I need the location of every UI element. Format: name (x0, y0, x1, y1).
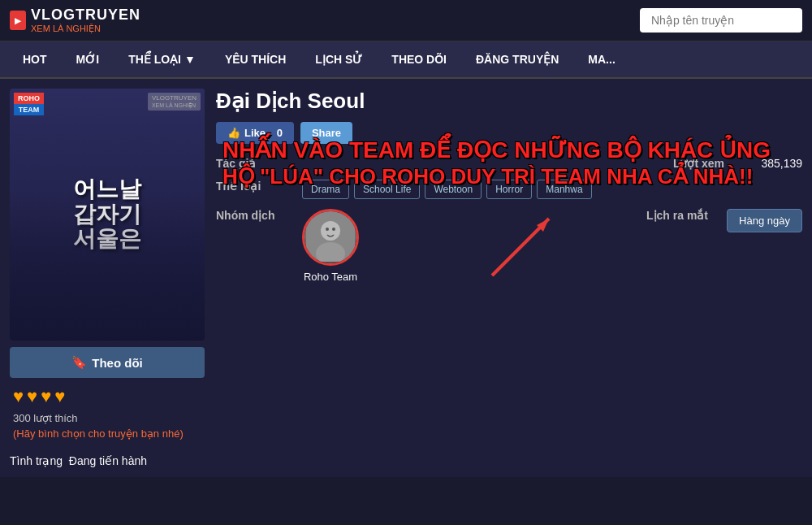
status-label: Tình trạng (10, 454, 63, 467)
schedule-button[interactable]: Hàng ngày (727, 209, 802, 232)
hearts-row: ♥ ♥ ♥ ♥ (13, 386, 201, 407)
site-name: VLOGTRUYEN (31, 7, 140, 23)
promo-line1: NHẤN VÀO TEAM ĐỂ ĐỌC NHỮNG BỘ KHÁC ỦNG (222, 137, 796, 164)
logo-area[interactable]: ▶ VLOGTRUYEN XEM LÀ NGHIỆN (10, 7, 140, 34)
roho-badge: ROHO TEAM (14, 93, 44, 115)
watermark: VLOGTRUYENXEM LÀ NGHIỆN (148, 93, 201, 111)
chevron-down-icon: ▼ (184, 53, 196, 66)
nav-hot[interactable]: HOT (8, 41, 62, 77)
cover-figures (10, 189, 205, 341)
svg-point-5 (326, 228, 329, 231)
translator-label: Nhóm dịch (216, 209, 289, 222)
status-value: Đang tiến hành (69, 454, 147, 467)
nav-new[interactable]: MỚI (62, 41, 114, 77)
translator-area: Roho Team (302, 209, 359, 283)
header: ▶ VLOGTRUYEN XEM LÀ NGHIỆN (0, 0, 812, 41)
bookmark-icon: 🔖 (71, 355, 87, 370)
cover-image: 어느날갑자기서울은 VLOGTRUYENXEM LÀ NGHIỆN ROHO T… (10, 89, 205, 341)
translator-avatar[interactable] (302, 209, 359, 266)
site-tagline: XEM LÀ NGHIỆN (31, 24, 140, 34)
logo-text-block: VLOGTRUYEN XEM LÀ NGHIỆN (31, 7, 140, 34)
rating-vote[interactable]: (Hãy bình chọn cho truyện bạn nhé) (13, 427, 201, 440)
heart-4[interactable]: ♥ (54, 386, 65, 407)
heart-2[interactable]: ♥ (27, 386, 37, 407)
rating-area: ♥ ♥ ♥ ♥ 300 lượt thích (Hãy bình chọn ch… (10, 378, 205, 448)
promo-line2: HỘ "LÚA" CHO ROHO DUY TRÌ TEAM NHA CẢ NH… (222, 164, 796, 189)
svg-point-3 (321, 221, 340, 241)
logo-icon: ▶ (10, 11, 26, 30)
svg-point-6 (332, 228, 335, 231)
translator-name[interactable]: Roho Team (304, 271, 357, 283)
nav-history[interactable]: LỊCH SỬ (300, 41, 377, 77)
main-content: 어느날갑자기서울은 VLOGTRUYENXEM LÀ NGHIỆN ROHO T… (0, 79, 812, 477)
schedule-label: Lịch ra mắt (635, 209, 708, 222)
nav-more[interactable]: MA... (573, 41, 629, 77)
nav-upload[interactable]: ĐĂNG TRUYỆN (461, 41, 573, 77)
main-nav: HOT MỚI THỂ LOẠI ▼ YÊU THÍCH LỊCH SỬ THE… (0, 41, 812, 79)
avatar-image (304, 211, 356, 263)
heart-3[interactable]: ♥ (41, 386, 51, 407)
heart-1[interactable]: ♥ (13, 386, 24, 407)
manga-cover[interactable]: 어느날갑자기서울은 VLOGTRUYENXEM LÀ NGHIỆN ROHO T… (10, 89, 205, 341)
nav-genre[interactable]: THỂ LOẠI ▼ (114, 41, 210, 77)
search-input[interactable] (640, 8, 802, 33)
translator-schedule-row: Nhóm dịch (216, 209, 802, 283)
nav-follow[interactable]: THEO DÕI (377, 41, 461, 77)
nav-favorites[interactable]: YÊU THÍCH (210, 41, 300, 77)
rating-count: 300 lượt thích (13, 412, 201, 424)
right-panel: Đại Dịch Seoul 👍 Like 0 Share NHẤN VÀO T… (216, 89, 802, 467)
follow-button[interactable]: 🔖 Theo dõi (10, 347, 205, 378)
left-panel: 어느날갑자기서울은 VLOGTRUYENXEM LÀ NGHIỆN ROHO T… (10, 89, 205, 467)
promo-overlay: NHẤN VÀO TEAM ĐỂ ĐỌC NHỮNG BỘ KHÁC ỦNG H… (216, 133, 802, 193)
manga-title: Đại Dịch Seoul (216, 89, 802, 114)
status-row: Tình trạng Đang tiến hành (10, 454, 205, 467)
